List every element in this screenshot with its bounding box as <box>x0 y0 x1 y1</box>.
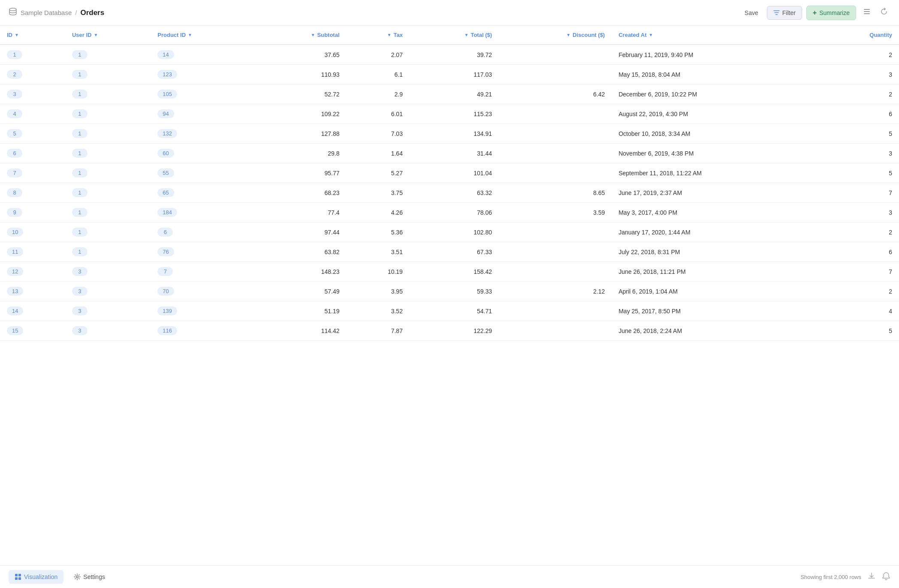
table-cell: 65 <box>151 183 255 203</box>
table-cell: 114.42 <box>255 321 346 341</box>
table-cell: 4 <box>0 104 65 124</box>
col-header-user-id[interactable]: User ID ▼ <box>65 26 151 45</box>
table-cell <box>499 163 612 183</box>
table-cell: August 22, 2019, 4:30 PM <box>612 104 821 124</box>
table-cell: 68.23 <box>255 183 346 203</box>
id-badge: 14 <box>7 306 23 315</box>
table-cell: July 22, 2018, 8:31 PM <box>612 242 821 262</box>
table-cell: 3 <box>65 282 151 301</box>
sort-icon-user-id: ▼ <box>94 33 98 37</box>
filter-button[interactable]: Filter <box>767 6 802 20</box>
table-cell: 51.19 <box>255 301 346 321</box>
id-badge: 60 <box>157 149 174 158</box>
table-cell: 63.32 <box>410 183 499 203</box>
id-badge: 1 <box>72 90 87 99</box>
view-toggle-button[interactable] <box>860 5 873 20</box>
table-cell: 127.88 <box>255 124 346 144</box>
table-cell: 95.77 <box>255 163 346 183</box>
table-cell: April 6, 2019, 1:04 AM <box>612 282 821 301</box>
summarize-button[interactable]: + Summarize <box>806 6 856 20</box>
table-cell: 1 <box>65 242 151 262</box>
table-cell: 2 <box>821 282 899 301</box>
table-cell: February 11, 2019, 9:40 PM <box>612 45 821 65</box>
id-badge: 4 <box>7 109 22 118</box>
table-cell: 3 <box>65 321 151 341</box>
table-cell <box>499 45 612 65</box>
table-cell: 59.33 <box>410 282 499 301</box>
table-cell: 110.93 <box>255 65 346 84</box>
table-cell: 2 <box>821 45 899 65</box>
col-header-total[interactable]: ▼ Total ($) <box>410 26 499 45</box>
sort-icon-id: ▼ <box>15 33 19 37</box>
refresh-button[interactable] <box>878 5 890 20</box>
table-cell: 67.33 <box>410 242 499 262</box>
table-cell: June 17, 2019, 2:37 AM <box>612 183 821 203</box>
col-header-quantity[interactable]: Quantity <box>821 26 899 45</box>
table-cell: June 26, 2018, 11:21 PM <box>612 262 821 282</box>
orders-table: ID ▼ User ID ▼ Product ID ▼ <box>0 26 899 341</box>
table-cell: 7.03 <box>347 124 410 144</box>
id-badge: 10 <box>7 228 23 237</box>
table-container: ID ▼ User ID ▼ Product ID ▼ <box>0 26 899 565</box>
summarize-label: Summarize <box>819 9 850 16</box>
table-cell <box>499 144 612 163</box>
table-row: 9118477.44.2678.063.59May 3, 2017, 4:00 … <box>0 203 899 222</box>
table-cell: 6 <box>821 104 899 124</box>
table-row: 101697.445.36102.80January 17, 2020, 1:4… <box>0 222 899 242</box>
discount-down-icon: ▼ <box>566 33 570 37</box>
breadcrumb-separator: / <box>75 9 77 16</box>
table-cell: 115.23 <box>410 104 499 124</box>
table-cell: 94 <box>151 104 255 124</box>
notification-icon[interactable] <box>882 572 890 582</box>
table-row: 4194109.226.01115.23August 22, 2019, 4:3… <box>0 104 899 124</box>
table-cell: 3.95 <box>347 282 410 301</box>
id-badge: 65 <box>157 188 174 197</box>
table-cell: 5 <box>821 124 899 144</box>
id-badge: 1 <box>72 208 87 217</box>
col-header-tax[interactable]: ▼ Tax <box>347 26 410 45</box>
tax-down-icon: ▼ <box>387 33 392 37</box>
table-cell: 78.06 <box>410 203 499 222</box>
id-badge: 1 <box>72 50 87 59</box>
table-cell: 117.03 <box>410 65 499 84</box>
table-cell: 134.91 <box>410 124 499 144</box>
table-cell: June 26, 2018, 2:24 AM <box>612 321 821 341</box>
id-badge: 1 <box>7 50 22 59</box>
col-header-subtotal[interactable]: ▼ Subtotal <box>255 26 346 45</box>
table-cell: 3.59 <box>499 203 612 222</box>
table-cell: 1 <box>65 203 151 222</box>
settings-button[interactable]: Settings <box>68 570 111 584</box>
save-button[interactable]: Save <box>740 7 763 19</box>
table-cell: 6.1 <box>347 65 410 84</box>
table-row: 1117663.823.5167.33July 22, 2018, 8:31 P… <box>0 242 899 262</box>
table-cell: 6 <box>151 222 255 242</box>
table-cell: 5.27 <box>347 163 410 183</box>
table-cell: December 6, 2019, 10:22 PM <box>612 84 821 104</box>
id-badge: 6 <box>7 149 22 158</box>
table-cell <box>499 124 612 144</box>
grid-icon <box>15 573 21 580</box>
table-cell <box>499 321 612 341</box>
table-cell: 158.42 <box>410 262 499 282</box>
download-icon[interactable] <box>867 572 876 582</box>
table-cell <box>499 104 612 124</box>
table-cell: May 25, 2017, 8:50 PM <box>612 301 821 321</box>
table-row: 153116114.427.87122.29June 26, 2018, 2:2… <box>0 321 899 341</box>
table-cell: 15 <box>0 321 65 341</box>
col-header-created-at[interactable]: Created At ▼ <box>612 26 821 45</box>
table-cell <box>499 65 612 84</box>
table-cell: 70 <box>151 282 255 301</box>
table-cell <box>499 262 612 282</box>
table-cell: 1 <box>65 183 151 203</box>
col-header-id[interactable]: ID ▼ <box>0 26 65 45</box>
settings-label: Settings <box>83 573 105 580</box>
col-header-product-id[interactable]: Product ID ▼ <box>151 26 255 45</box>
visualization-button[interactable]: Visualization <box>9 570 63 584</box>
table-cell: 3.51 <box>347 242 410 262</box>
id-badge: 6 <box>157 228 173 237</box>
table-cell: May 3, 2017, 4:00 PM <box>612 203 821 222</box>
table-cell: 123 <box>151 65 255 84</box>
id-badge: 184 <box>157 208 177 217</box>
col-header-discount[interactable]: ▼ Discount ($) <box>499 26 612 45</box>
id-badge: 1 <box>72 109 87 118</box>
